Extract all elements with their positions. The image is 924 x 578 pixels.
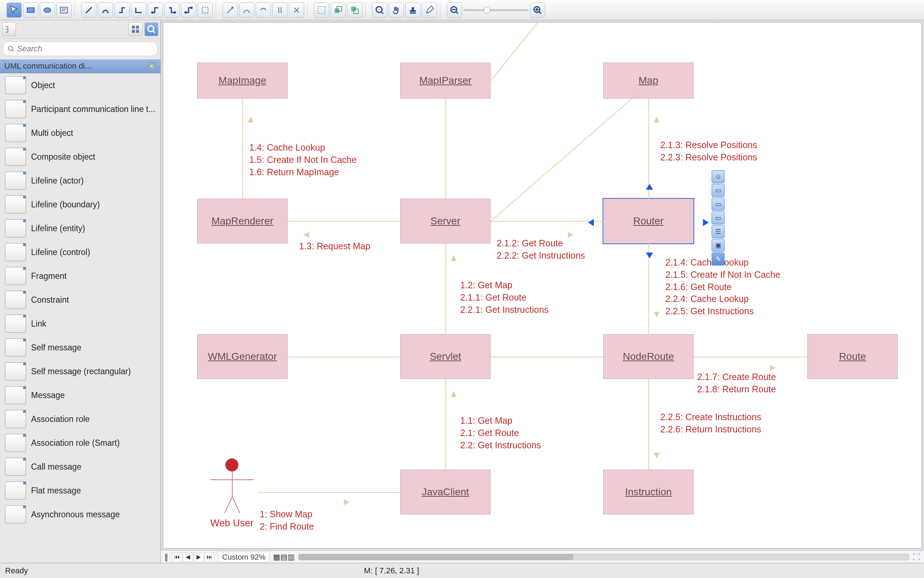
library-item[interactable]: Flat message (0, 479, 160, 502)
arrow-right-icon (770, 365, 776, 371)
library-title[interactable]: UML communication di... × (0, 59, 160, 73)
arrow-2[interactable] (239, 3, 254, 18)
selection-handle[interactable] (646, 253, 653, 258)
node-instruction[interactable]: Instruction (603, 469, 694, 515)
page-next[interactable]: ▶ (194, 552, 204, 562)
library-item[interactable]: Constraint (0, 288, 160, 312)
library-item[interactable]: Fragment (0, 264, 160, 288)
connector-7[interactable] (198, 3, 213, 18)
library-item[interactable]: Object (0, 73, 160, 97)
diagram-canvas[interactable]: MapImage MapIParser Map MapRenderer Serv… (163, 23, 922, 549)
arrow-1[interactable] (222, 3, 238, 18)
connector-2[interactable] (115, 3, 130, 18)
library-item[interactable]: Composite object (0, 145, 160, 169)
link (694, 357, 807, 357)
svg-rect-10 (202, 7, 208, 13)
group-2[interactable] (331, 3, 346, 18)
node-maprenderer[interactable]: MapRenderer (197, 199, 287, 244)
library-item[interactable]: Self message (0, 336, 160, 359)
library-item[interactable]: Association role (Smart) (0, 431, 160, 455)
node-server[interactable]: Server (400, 199, 491, 244)
node-mapimage[interactable]: MapImage (197, 62, 287, 99)
link (242, 99, 243, 199)
library-item-label: Participant communication line t... (31, 104, 155, 114)
page-last[interactable]: ⏭ (204, 552, 214, 562)
library-item[interactable]: Lifeline (control) (0, 240, 160, 264)
zoom-slider[interactable] (464, 3, 528, 18)
library-item[interactable]: Lifeline (boundary) (0, 193, 160, 216)
link (491, 221, 603, 222)
ctx-rect3-icon[interactable]: ▭ (712, 211, 725, 224)
sidebar: UML communication di... × ObjectParticip… (0, 20, 161, 563)
node-router[interactable]: Router (603, 199, 694, 244)
group-1[interactable] (314, 3, 329, 18)
pointer-tool[interactable] (6, 3, 22, 18)
ctx-list-icon[interactable]: ☰ (712, 225, 725, 238)
library-item[interactable]: Link (0, 312, 160, 336)
ellipse-tool[interactable] (40, 3, 55, 18)
library-item[interactable]: Multi object (0, 121, 160, 145)
ctx-box-icon[interactable]: ▣ (712, 239, 725, 252)
library-item[interactable]: Asynchronous message (0, 502, 160, 526)
zoom-in-button[interactable] (530, 3, 545, 18)
message-label: 2.1.4: Cache Lookup2.1.5: Create If Not … (665, 257, 780, 318)
library-item[interactable]: Message (0, 383, 160, 407)
zoom-select[interactable]: Custom 92% (218, 552, 269, 562)
svg-point-33 (148, 26, 154, 31)
page-nav: ⏮ ◀ ▶ ⏭ (172, 552, 214, 562)
shape-thumb-icon (5, 243, 26, 261)
node-mapiparser[interactable]: MapIParser (400, 62, 491, 99)
link (446, 99, 446, 199)
node-javaclient[interactable]: JavaClient (400, 469, 491, 515)
page-first[interactable]: ⏮ (172, 552, 182, 562)
shape-thumb-icon (5, 124, 26, 142)
h-scrollbar[interactable] (298, 554, 909, 560)
line-tool[interactable] (81, 3, 96, 18)
node-map[interactable]: Map (603, 62, 694, 99)
arrow-5[interactable] (289, 3, 304, 18)
node-wmlgenerator[interactable]: WMLGenerator (197, 334, 287, 379)
rect-tool[interactable] (23, 3, 38, 18)
selection-handle[interactable] (703, 219, 709, 226)
zoom-tool[interactable] (372, 3, 387, 18)
connector-1[interactable] (98, 3, 113, 18)
text-tool[interactable] (56, 3, 71, 18)
selection-handle[interactable] (588, 219, 594, 226)
library-item[interactable]: Lifeline (actor) (0, 169, 160, 193)
actor-web-user[interactable]: Web User (210, 458, 254, 529)
connector-3[interactable] (131, 3, 146, 18)
library-item[interactable]: Participant communication line t... (0, 97, 160, 121)
node-route[interactable]: Route (807, 334, 898, 379)
search-input[interactable] (3, 42, 157, 56)
grid-icon[interactable] (129, 23, 142, 36)
library-item[interactable]: Lifeline (entity) (0, 216, 160, 240)
pencil-tool[interactable] (422, 3, 437, 18)
expand-icon[interactable]: ⛶ (913, 553, 921, 562)
ctx-edit-icon[interactable]: ✎ (712, 253, 725, 266)
node-servlet[interactable]: Servlet (400, 334, 491, 379)
connector-4[interactable] (148, 3, 163, 18)
connector-6[interactable] (181, 3, 196, 18)
ctx-actor-icon[interactable]: ☺ (712, 170, 725, 183)
group-3[interactable] (347, 3, 362, 18)
library-item[interactable]: Association role (0, 407, 160, 431)
connector-5[interactable] (164, 3, 180, 18)
stamp-tool[interactable] (405, 3, 420, 18)
selection-handle[interactable] (646, 184, 653, 190)
close-icon[interactable]: × (148, 62, 156, 70)
ctx-rect2-icon[interactable]: ▭ (712, 198, 725, 211)
arrow-4[interactable] (272, 3, 287, 18)
arrow-3[interactable] (256, 3, 271, 18)
library-item[interactable]: Self message (rectangular) (0, 359, 160, 383)
pan-tool[interactable] (389, 3, 404, 18)
pause-icon[interactable]: ‖ (164, 553, 168, 562)
tree-icon[interactable] (2, 23, 16, 36)
ctx-rect-icon[interactable]: ▭ (712, 184, 725, 197)
svg-point-6 (151, 11, 154, 14)
page-prev[interactable]: ◀ (183, 552, 193, 562)
node-noderoute[interactable]: NodeRoute (603, 334, 694, 379)
layout-icons[interactable]: ▦▤▥ (273, 553, 295, 562)
search-icon[interactable] (144, 23, 158, 36)
library-item[interactable]: Call message (0, 455, 160, 479)
zoom-out-button[interactable] (447, 3, 462, 18)
